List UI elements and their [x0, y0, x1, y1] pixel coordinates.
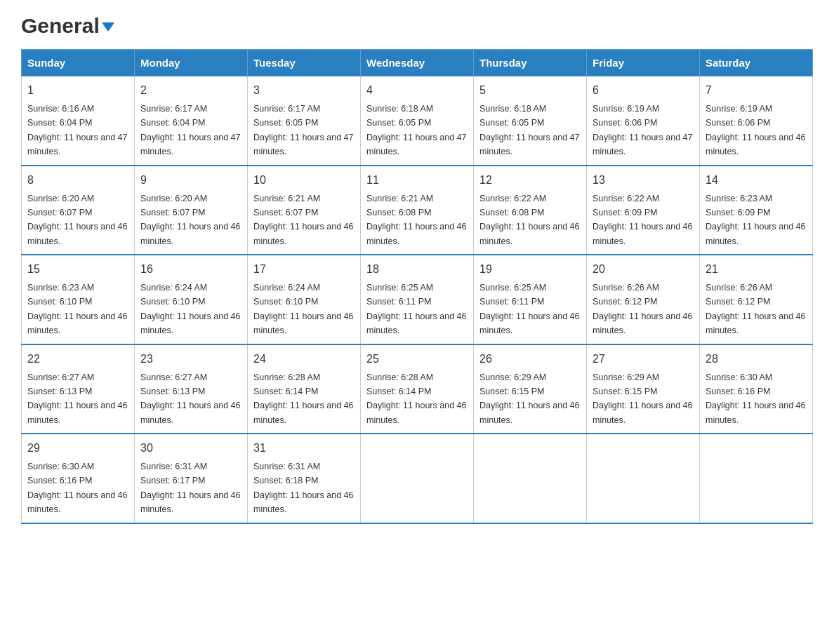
day-number: 13 — [593, 172, 694, 189]
day-info: Sunrise: 6:21 AMSunset: 6:07 PMDaylight:… — [253, 194, 353, 246]
calendar-cell: 7 Sunrise: 6:19 AMSunset: 6:06 PMDayligh… — [700, 76, 813, 166]
day-info: Sunrise: 6:28 AMSunset: 6:14 PMDaylight:… — [253, 373, 353, 425]
calendar-cell — [700, 434, 813, 523]
header-friday: Friday — [587, 50, 700, 76]
day-info: Sunrise: 6:19 AMSunset: 6:06 PMDaylight:… — [593, 104, 692, 156]
day-number: 15 — [27, 261, 128, 278]
calendar-cell: 4 Sunrise: 6:18 AMSunset: 6:05 PMDayligh… — [361, 76, 474, 166]
day-number: 9 — [140, 172, 241, 189]
calendar-cell: 16 Sunrise: 6:24 AMSunset: 6:10 PMDaylig… — [135, 255, 248, 344]
page-header: General — [21, 14, 813, 35]
day-number: 3 — [253, 82, 355, 99]
day-info: Sunrise: 6:29 AMSunset: 6:15 PMDaylight:… — [593, 373, 692, 425]
day-number: 19 — [479, 261, 581, 278]
day-number: 25 — [366, 351, 468, 368]
day-info: Sunrise: 6:30 AMSunset: 6:16 PMDaylight:… — [27, 462, 127, 514]
day-info: Sunrise: 6:19 AMSunset: 6:06 PMDaylight:… — [706, 104, 805, 156]
day-info: Sunrise: 6:31 AMSunset: 6:17 PMDaylight:… — [140, 462, 240, 514]
calendar-cell: 24 Sunrise: 6:28 AMSunset: 6:14 PMDaylig… — [248, 344, 361, 434]
day-number: 20 — [593, 261, 694, 278]
week-row-4: 22 Sunrise: 6:27 AMSunset: 6:13 PMDaylig… — [22, 344, 813, 434]
calendar-cell: 12 Sunrise: 6:22 AMSunset: 6:08 PMDaylig… — [474, 166, 587, 255]
week-row-3: 15 Sunrise: 6:23 AMSunset: 6:10 PMDaylig… — [22, 255, 813, 344]
header-thursday: Thursday — [474, 50, 587, 76]
calendar-cell: 22 Sunrise: 6:27 AMSunset: 6:13 PMDaylig… — [22, 344, 135, 434]
day-number: 16 — [140, 261, 241, 278]
day-number: 2 — [140, 82, 241, 99]
logo-general-text: General — [21, 14, 100, 38]
day-info: Sunrise: 6:21 AMSunset: 6:08 PMDaylight:… — [366, 194, 466, 246]
calendar-cell: 27 Sunrise: 6:29 AMSunset: 6:15 PMDaylig… — [587, 344, 700, 434]
day-number: 14 — [706, 172, 807, 189]
week-row-2: 8 Sunrise: 6:20 AMSunset: 6:07 PMDayligh… — [22, 166, 813, 255]
calendar-cell: 6 Sunrise: 6:19 AMSunset: 6:06 PMDayligh… — [587, 76, 700, 166]
day-info: Sunrise: 6:23 AMSunset: 6:10 PMDaylight:… — [27, 283, 127, 335]
calendar-cell — [361, 434, 474, 523]
day-number: 26 — [479, 351, 581, 368]
calendar-cell: 15 Sunrise: 6:23 AMSunset: 6:10 PMDaylig… — [22, 255, 135, 344]
calendar-cell: 8 Sunrise: 6:20 AMSunset: 6:07 PMDayligh… — [22, 166, 135, 255]
day-info: Sunrise: 6:22 AMSunset: 6:08 PMDaylight:… — [479, 194, 579, 246]
day-number: 17 — [253, 261, 355, 278]
calendar-cell: 31 Sunrise: 6:31 AMSunset: 6:18 PMDaylig… — [248, 434, 361, 523]
day-info: Sunrise: 6:16 AMSunset: 6:04 PMDaylight:… — [27, 104, 127, 156]
calendar-cell: 18 Sunrise: 6:25 AMSunset: 6:11 PMDaylig… — [361, 255, 474, 344]
calendar-cell: 13 Sunrise: 6:22 AMSunset: 6:09 PMDaylig… — [587, 166, 700, 255]
calendar-cell: 11 Sunrise: 6:21 AMSunset: 6:08 PMDaylig… — [361, 166, 474, 255]
calendar-cell: 29 Sunrise: 6:30 AMSunset: 6:16 PMDaylig… — [22, 434, 135, 523]
day-info: Sunrise: 6:28 AMSunset: 6:14 PMDaylight:… — [366, 373, 466, 425]
day-info: Sunrise: 6:18 AMSunset: 6:05 PMDaylight:… — [479, 104, 579, 156]
day-number: 30 — [140, 440, 241, 457]
week-row-5: 29 Sunrise: 6:30 AMSunset: 6:16 PMDaylig… — [22, 434, 813, 523]
header-monday: Monday — [135, 50, 248, 76]
calendar-cell: 14 Sunrise: 6:23 AMSunset: 6:09 PMDaylig… — [700, 166, 813, 255]
calendar-cell: 10 Sunrise: 6:21 AMSunset: 6:07 PMDaylig… — [248, 166, 361, 255]
calendar-cell: 17 Sunrise: 6:24 AMSunset: 6:10 PMDaylig… — [248, 255, 361, 344]
day-number: 12 — [479, 172, 581, 189]
calendar-cell — [474, 434, 587, 523]
day-info: Sunrise: 6:31 AMSunset: 6:18 PMDaylight:… — [253, 462, 353, 514]
day-info: Sunrise: 6:20 AMSunset: 6:07 PMDaylight:… — [140, 194, 240, 246]
day-number: 4 — [366, 82, 468, 99]
day-info: Sunrise: 6:27 AMSunset: 6:13 PMDaylight:… — [27, 373, 127, 425]
day-number: 21 — [706, 261, 807, 278]
day-info: Sunrise: 6:30 AMSunset: 6:16 PMDaylight:… — [706, 373, 805, 425]
calendar-cell: 5 Sunrise: 6:18 AMSunset: 6:05 PMDayligh… — [474, 76, 587, 166]
header-row: SundayMondayTuesdayWednesdayThursdayFrid… — [22, 50, 813, 76]
day-info: Sunrise: 6:23 AMSunset: 6:09 PMDaylight:… — [706, 194, 805, 246]
day-number: 24 — [253, 351, 355, 368]
day-info: Sunrise: 6:27 AMSunset: 6:13 PMDaylight:… — [140, 373, 240, 425]
day-number: 28 — [706, 351, 807, 368]
calendar-cell: 23 Sunrise: 6:27 AMSunset: 6:13 PMDaylig… — [135, 344, 248, 434]
logo-arrow-icon — [102, 22, 114, 32]
header-wednesday: Wednesday — [361, 50, 474, 76]
day-number: 8 — [27, 172, 128, 189]
day-number: 23 — [140, 351, 241, 368]
day-number: 1 — [27, 82, 128, 99]
day-info: Sunrise: 6:20 AMSunset: 6:07 PMDaylight:… — [27, 194, 127, 246]
day-info: Sunrise: 6:26 AMSunset: 6:12 PMDaylight:… — [706, 283, 805, 335]
day-info: Sunrise: 6:18 AMSunset: 6:05 PMDaylight:… — [366, 104, 466, 156]
calendar-cell: 21 Sunrise: 6:26 AMSunset: 6:12 PMDaylig… — [700, 255, 813, 344]
day-number: 5 — [479, 82, 581, 99]
calendar-cell: 30 Sunrise: 6:31 AMSunset: 6:17 PMDaylig… — [135, 434, 248, 523]
day-info: Sunrise: 6:17 AMSunset: 6:04 PMDaylight:… — [140, 104, 240, 156]
calendar-table: SundayMondayTuesdayWednesdayThursdayFrid… — [21, 49, 813, 524]
calendar-cell: 9 Sunrise: 6:20 AMSunset: 6:07 PMDayligh… — [135, 166, 248, 255]
day-info: Sunrise: 6:24 AMSunset: 6:10 PMDaylight:… — [140, 283, 240, 335]
calendar-cell: 20 Sunrise: 6:26 AMSunset: 6:12 PMDaylig… — [587, 255, 700, 344]
header-tuesday: Tuesday — [248, 50, 361, 76]
calendar-cell: 25 Sunrise: 6:28 AMSunset: 6:14 PMDaylig… — [361, 344, 474, 434]
day-number: 7 — [706, 82, 807, 99]
calendar-cell: 1 Sunrise: 6:16 AMSunset: 6:04 PMDayligh… — [22, 76, 135, 166]
header-sunday: Sunday — [22, 50, 135, 76]
calendar-cell: 26 Sunrise: 6:29 AMSunset: 6:15 PMDaylig… — [474, 344, 587, 434]
calendar-cell: 28 Sunrise: 6:30 AMSunset: 6:16 PMDaylig… — [700, 344, 813, 434]
calendar-cell: 19 Sunrise: 6:25 AMSunset: 6:11 PMDaylig… — [474, 255, 587, 344]
day-number: 29 — [27, 440, 128, 457]
day-number: 10 — [253, 172, 355, 189]
logo: General — [21, 14, 114, 35]
day-info: Sunrise: 6:24 AMSunset: 6:10 PMDaylight:… — [253, 283, 353, 335]
header-saturday: Saturday — [700, 50, 813, 76]
day-number: 27 — [593, 351, 694, 368]
